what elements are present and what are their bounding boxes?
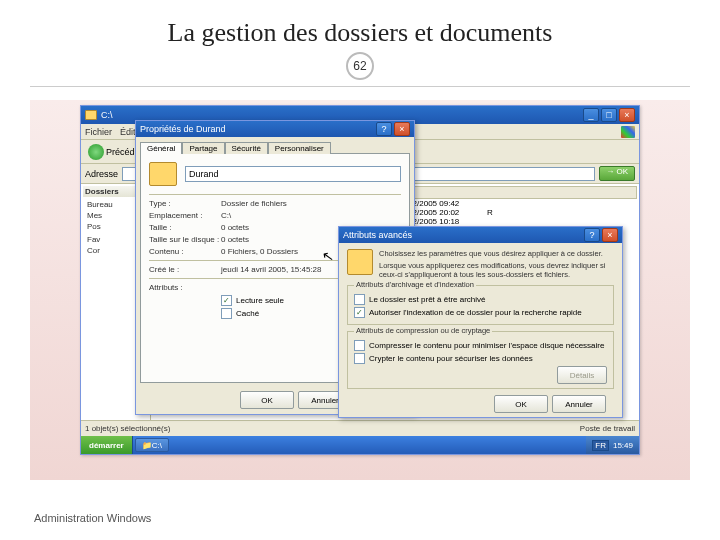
value-size-on-disk: 0 octets: [221, 235, 249, 244]
advanced-title: Attributs avancés: [343, 230, 412, 240]
checkbox-hidden[interactable]: [221, 308, 232, 319]
group-compress-encrypt: Attributs de compression ou de cryptage …: [347, 331, 614, 389]
properties-titlebar[interactable]: Propriétés de Durand ? ×: [136, 121, 414, 137]
tab-strip: Général Partage Sécurité Personnaliser: [136, 137, 414, 153]
status-right: Poste de travail: [580, 424, 635, 433]
taskbar: démarrer 📁 C:\ FR 15:49: [81, 436, 639, 454]
clock: 15:49: [613, 441, 633, 450]
details-button[interactable]: Détails: [557, 366, 607, 384]
label-size-on-disk: Taille sur le disque :: [149, 235, 221, 244]
start-button[interactable]: démarrer: [81, 436, 133, 454]
language-indicator[interactable]: FR: [592, 440, 609, 451]
label-contents: Contenu :: [149, 247, 221, 256]
maximize-button[interactable]: □: [601, 108, 617, 122]
slide-footer: Administration Windows: [34, 512, 151, 524]
checkbox-encrypt[interactable]: [354, 353, 365, 364]
group-archive-index: Attributs d'archivage et d'indexation Le…: [347, 285, 614, 325]
taskbar-item[interactable]: 📁 C:\: [135, 438, 169, 452]
menu-fichier[interactable]: Fichier: [85, 127, 112, 137]
checkbox-index[interactable]: ✓: [354, 307, 365, 318]
label-index: Autoriser l'indexation de ce dossier pou…: [369, 308, 582, 317]
close-button[interactable]: ×: [619, 108, 635, 122]
group-label: Attributs d'archivage et d'indexation: [354, 280, 476, 289]
slide-title: La gestion des dossiers et documents: [0, 0, 720, 52]
divider: [30, 86, 690, 87]
explorer-title: C:\: [101, 110, 113, 120]
properties-title: Propriétés de Durand: [140, 124, 226, 134]
checkbox-compress[interactable]: [354, 340, 365, 351]
cancel-button[interactable]: Annuler: [552, 395, 606, 413]
checkbox-archive[interactable]: [354, 294, 365, 305]
label-encrypt: Crypter le contenu pour sécuriser les do…: [369, 354, 533, 363]
label-created: Créé le :: [149, 265, 221, 274]
slide-number-badge: 62: [346, 52, 374, 80]
label-compress: Compresser le contenu pour minimiser l'e…: [369, 341, 604, 350]
label-size: Taille :: [149, 223, 221, 232]
label-location: Emplacement :: [149, 211, 221, 220]
advanced-intro: Choisissez les paramètres que vous désir…: [379, 249, 614, 279]
label-attributes: Attributs :: [149, 283, 221, 292]
tab-securite[interactable]: Sécurité: [225, 142, 268, 154]
back-icon: [88, 144, 104, 160]
tab-personnaliser[interactable]: Personnaliser: [268, 142, 331, 154]
system-tray: FR 15:49: [586, 436, 639, 454]
minimize-button[interactable]: _: [583, 108, 599, 122]
status-left: 1 objet(s) sélectionné(s): [85, 424, 170, 433]
advanced-titlebar[interactable]: Attributs avancés ? ×: [339, 227, 622, 243]
group-label: Attributs de compression ou de cryptage: [354, 326, 492, 335]
ok-button[interactable]: OK: [240, 391, 294, 409]
label-readonly: Lecture seule: [236, 296, 284, 305]
checkbox-readonly[interactable]: ✓: [221, 295, 232, 306]
help-button[interactable]: ?: [376, 122, 392, 136]
folder-icon: [149, 162, 177, 186]
go-button[interactable]: → OK: [599, 166, 635, 181]
folder-settings-icon: [347, 249, 373, 275]
status-bar: 1 objet(s) sélectionné(s) Poste de trava…: [81, 420, 639, 436]
windows-logo-icon: [621, 126, 635, 138]
label-archive: Le dossier est prêt à être archivé: [369, 295, 486, 304]
ok-button[interactable]: OK: [494, 395, 548, 413]
value-location: C:\: [221, 211, 231, 220]
value-contents: 0 Fichiers, 0 Dossiers: [221, 247, 298, 256]
advanced-attributes-dialog: Attributs avancés ? × Choisissez les par…: [338, 226, 623, 418]
tab-general[interactable]: Général: [140, 142, 182, 154]
close-button[interactable]: ×: [394, 122, 410, 136]
help-button[interactable]: ?: [584, 228, 600, 242]
value-created: jeudi 14 avril 2005, 15:45:28: [221, 265, 322, 274]
value-type: Dossier de fichiers: [221, 199, 287, 208]
close-button[interactable]: ×: [602, 228, 618, 242]
value-size: 0 octets: [221, 223, 249, 232]
folder-icon: [85, 110, 97, 120]
address-label: Adresse: [85, 169, 118, 179]
label-type: Type :: [149, 199, 221, 208]
label-hidden: Caché: [236, 309, 259, 318]
folder-name-input[interactable]: [185, 166, 401, 182]
tab-partage[interactable]: Partage: [182, 142, 224, 154]
